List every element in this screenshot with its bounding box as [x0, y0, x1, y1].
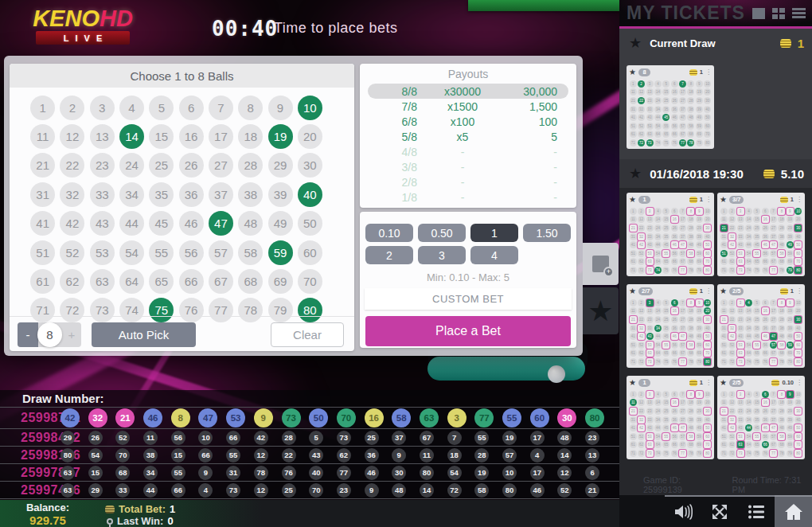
sound-button[interactable] — [665, 495, 701, 527]
ball-42[interactable]: 42 — [60, 211, 84, 236]
ticket-menu-icon[interactable]: ⋮ — [705, 288, 712, 295]
ticket-menu-icon[interactable]: ⋮ — [705, 69, 712, 76]
ball-61[interactable]: 61 — [30, 269, 55, 294]
ball-39[interactable]: 39 — [268, 182, 293, 207]
bet-chip-0.50[interactable]: 0.50 — [418, 224, 466, 242]
ball-13[interactable]: 13 — [90, 124, 115, 149]
ball-30[interactable]: 30 — [298, 153, 322, 178]
ball-12[interactable]: 12 — [60, 124, 84, 149]
grid-view-icon[interactable] — [772, 8, 785, 19]
ball-65[interactable]: 65 — [149, 269, 174, 294]
ball-38[interactable]: 38 — [238, 182, 263, 207]
ball-57[interactable]: 57 — [209, 240, 233, 265]
ticket-menu-icon[interactable]: ⋮ — [796, 380, 802, 386]
ball-40[interactable]: 40 — [298, 182, 322, 207]
single-view-icon[interactable] — [752, 8, 765, 19]
ball-27[interactable]: 27 — [209, 153, 233, 178]
ball-51[interactable]: 51 — [30, 240, 55, 265]
ball-15[interactable]: 15 — [149, 124, 174, 149]
ball-43[interactable]: 43 — [90, 211, 115, 236]
custom-bet-button[interactable]: CUSTOM BET — [365, 288, 572, 310]
ball-3[interactable]: 3 — [90, 96, 115, 120]
ticket-card[interactable]: ★2/50.10⋮1234567891011121314151617181920… — [717, 376, 805, 459]
ball-23[interactable]: 23 — [90, 153, 115, 178]
ball-45[interactable]: 45 — [149, 211, 174, 236]
list-view-icon[interactable] — [792, 8, 806, 18]
ball-47[interactable]: 47 — [209, 211, 233, 236]
ball-32[interactable]: 32 — [60, 182, 84, 207]
bet-chip-0.10[interactable]: 0.10 — [365, 224, 413, 242]
ticket-card[interactable]: ★11⋮123456789101112131415161718192021222… — [627, 376, 714, 459]
ball-33[interactable]: 33 — [90, 182, 115, 207]
menu-button[interactable] — [738, 495, 775, 527]
ball-36[interactable]: 36 — [179, 182, 204, 207]
ball-31[interactable]: 31 — [30, 182, 55, 207]
ball-21[interactable]: 21 — [30, 153, 55, 178]
stepper-plus-button[interactable]: + — [62, 322, 81, 347]
ball-69[interactable]: 69 — [268, 269, 293, 294]
ball-11[interactable]: 11 — [30, 124, 55, 149]
ball-63[interactable]: 63 — [90, 269, 115, 294]
ball-60[interactable]: 60 — [298, 240, 322, 265]
ball-68[interactable]: 68 — [238, 269, 263, 294]
ball-56[interactable]: 56 — [179, 240, 204, 265]
bet-chip-3[interactable]: 3 — [418, 246, 466, 264]
ball-34[interactable]: 34 — [119, 182, 144, 207]
ball-6[interactable]: 6 — [179, 96, 204, 120]
ball-41[interactable]: 41 — [30, 211, 55, 236]
bet-chip-2[interactable]: 2 — [365, 246, 413, 264]
ball-5[interactable]: 5 — [149, 96, 174, 120]
ball-66[interactable]: 66 — [179, 269, 204, 294]
ball-46[interactable]: 46 — [179, 211, 204, 236]
ball-64[interactable]: 64 — [119, 269, 144, 294]
ball-54[interactable]: 54 — [119, 240, 144, 265]
bet-chip-4[interactable]: 4 — [470, 246, 518, 264]
stepper-minus-button[interactable]: - — [18, 322, 38, 347]
ball-4[interactable]: 4 — [119, 96, 144, 120]
ticket-menu-icon[interactable]: ⋮ — [796, 288, 802, 295]
ball-25[interactable]: 25 — [149, 153, 174, 178]
ball-22[interactable]: 22 — [60, 153, 84, 178]
home-button[interactable] — [775, 495, 812, 527]
ball-1[interactable]: 1 — [30, 96, 55, 120]
ball-29[interactable]: 29 — [268, 153, 293, 178]
ticket-card[interactable]: ★81⋮123456789101112131415161718192021222… — [627, 65, 714, 149]
ball-37[interactable]: 37 — [209, 182, 233, 207]
ticket-menu-icon[interactable]: ⋮ — [705, 197, 712, 203]
ball-59[interactable]: 59 — [268, 240, 293, 265]
ball-58[interactable]: 58 — [238, 240, 263, 265]
ball-50[interactable]: 50 — [298, 211, 322, 236]
ball-18[interactable]: 18 — [238, 124, 263, 149]
ticket-card[interactable]: ★2/51⋮1234567891011121314151617181920212… — [717, 284, 805, 368]
ball-49[interactable]: 49 — [268, 211, 293, 236]
ticket-menu-icon[interactable]: ⋮ — [796, 197, 802, 203]
ball-48[interactable]: 48 — [238, 211, 263, 236]
ball-28[interactable]: 28 — [238, 153, 263, 178]
ball-62[interactable]: 62 — [60, 269, 84, 294]
bet-chip-1[interactable]: 1 — [470, 224, 518, 242]
clear-button[interactable]: Clear — [271, 322, 344, 347]
ticket-card[interactable]: ★3/71⋮1234567891011121314151617181920212… — [717, 193, 805, 276]
ball-16[interactable]: 16 — [179, 124, 204, 149]
ball-9[interactable]: 9 — [268, 96, 293, 120]
ball-26[interactable]: 26 — [179, 153, 204, 178]
auto-pick-button[interactable]: Auto Pick — [92, 322, 196, 347]
ball-55[interactable]: 55 — [149, 240, 174, 265]
ticket-card[interactable]: ★11⋮123456789101112131415161718192021222… — [627, 193, 714, 276]
ticket-card[interactable]: ★2/71⋮1234567891011121314151617181920212… — [627, 284, 714, 368]
favorites-tab[interactable]: ★ — [583, 287, 619, 334]
ticket-menu-icon[interactable]: ⋮ — [705, 380, 712, 386]
ball-53[interactable]: 53 — [90, 240, 115, 265]
bet-chip-1.50[interactable]: 1.50 — [523, 224, 571, 242]
ball-52[interactable]: 52 — [60, 240, 84, 265]
ball-70[interactable]: 70 — [298, 269, 322, 294]
ball-35[interactable]: 35 — [149, 182, 174, 207]
ball-8[interactable]: 8 — [238, 96, 263, 120]
ball-24[interactable]: 24 — [119, 153, 144, 178]
ball-7[interactable]: 7 — [209, 96, 233, 120]
ball-67[interactable]: 67 — [209, 269, 233, 294]
add-ticket-tab[interactable]: + — [583, 243, 619, 285]
ball-2[interactable]: 2 — [60, 96, 84, 120]
ball-14[interactable]: 14 — [119, 124, 144, 149]
ball-10[interactable]: 10 — [298, 96, 322, 120]
